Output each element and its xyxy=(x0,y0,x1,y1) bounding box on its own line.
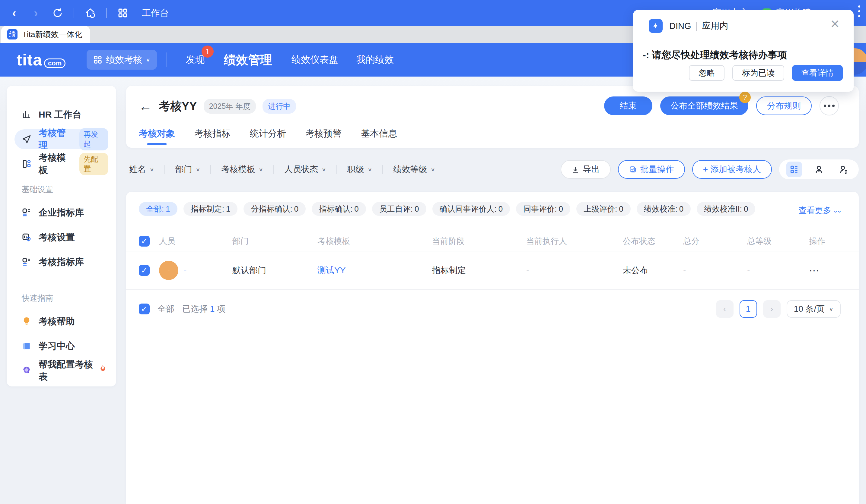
view-detail-button[interactable]: 查看详情 xyxy=(792,65,843,81)
filter-name[interactable]: 姓名∨ xyxy=(126,164,165,175)
prev-page-button[interactable]: ‹ xyxy=(716,300,734,318)
more-actions-button[interactable] xyxy=(820,96,839,115)
publish-all-button[interactable]: 公布全部绩效结果 ? xyxy=(660,96,748,115)
sidebar-item-learning-center[interactable]: 学习中心 xyxy=(14,336,108,356)
nav-item-performance-manage[interactable]: 绩效管理 xyxy=(224,51,272,68)
home-icon[interactable] xyxy=(85,7,96,19)
tab-favicon: 绩 xyxy=(7,29,18,39)
filter-rank[interactable]: 职级∨ xyxy=(337,164,382,175)
sidebar-item-hr-workbench[interactable]: HR 工作台 xyxy=(14,105,108,125)
close-icon[interactable]: ✕ xyxy=(830,19,840,30)
distribution-rule-button[interactable]: 分布规则 xyxy=(756,96,812,115)
person-cell[interactable]: - - xyxy=(159,261,232,280)
logo-suffix: com xyxy=(44,58,66,68)
sidebar-item-assessment-template[interactable]: 考核模板 先配置 xyxy=(14,154,108,174)
template-link[interactable]: 测试YY xyxy=(318,265,432,276)
person-list-view-icon[interactable] xyxy=(836,162,852,177)
table-row[interactable]: ✓ - - 默认部门 测试YY 指标制定 - 未公布 - - ⋯ xyxy=(126,251,859,290)
assessment-header-card: ← 考核YY 2025年 年度 进行中 结束 公布全部绩效结果 ? 分布规则 考… xyxy=(126,86,859,148)
executor-cell: - xyxy=(526,266,623,275)
stage-pill[interactable]: 确认同事评价人:0 xyxy=(432,202,510,216)
workbench-label[interactable]: 工作台 xyxy=(142,7,169,19)
row-more-actions[interactable]: ⋯ xyxy=(809,264,859,276)
discover-badge: 1 xyxy=(202,46,214,58)
view-more-link[interactable]: 查看更多⌄⌄ xyxy=(798,205,841,216)
stage-pill[interactable]: 分指标确认:0 xyxy=(244,202,306,216)
back-icon[interactable]: ‹ xyxy=(9,7,20,19)
current-page-button[interactable]: 1 xyxy=(740,300,757,318)
col-template: 考核模板 xyxy=(318,236,432,247)
stage-pill[interactable]: 同事评价:0 xyxy=(516,202,570,216)
question-badge[interactable]: ? xyxy=(739,92,751,103)
section-basic-settings: 基础设置 xyxy=(22,184,116,195)
filter-person-status[interactable]: 人员状态∨ xyxy=(274,164,336,175)
sidebar-item-assessment-help[interactable]: 考核帮助 xyxy=(14,311,108,331)
tab-warnings[interactable]: 考核预警 xyxy=(306,127,342,148)
stage-pill[interactable]: 上级评价:0 xyxy=(576,202,631,216)
sidebar-item-assessment-settings[interactable]: 考核设置 xyxy=(14,227,108,247)
footer-select-all-checkbox[interactable]: ✓ xyxy=(139,303,150,314)
row-checkbox[interactable]: ✓ xyxy=(139,265,150,276)
filter-grade[interactable]: 绩效等级∨ xyxy=(383,164,445,175)
mark-read-button[interactable]: 标为已读 xyxy=(732,65,784,81)
filter-department[interactable]: 部门∨ xyxy=(165,164,211,175)
select-all-checkbox[interactable]: ✓ xyxy=(139,236,150,247)
headset-agent-icon xyxy=(21,365,32,376)
chevron-down-icon: ∨ xyxy=(368,167,373,172)
tab-title: Tita新绩效一体化 xyxy=(22,29,82,40)
sidebar-item-assessment-indicator-lib[interactable]: 考核指标库 xyxy=(14,252,108,272)
stage-pill[interactable]: 指标制定:1 xyxy=(184,202,238,216)
list-view-icon[interactable] xyxy=(786,162,802,177)
next-page-button[interactable]: › xyxy=(763,300,781,318)
stage-cell: 指标制定 xyxy=(432,265,526,276)
relaunch-badge: 再发起 xyxy=(79,128,108,150)
toolbar-divider xyxy=(106,8,107,18)
sidebar-item-enterprise-indicator-lib[interactable]: 企业指标库 xyxy=(14,203,108,222)
refresh-icon[interactable] xyxy=(52,7,63,19)
stage-pill[interactable]: 员工自评:0 xyxy=(372,202,426,216)
tita-logo[interactable]: tita com xyxy=(16,50,66,69)
table-header-row: ✓ 人员 部门 考核模板 当前阶段 当前执行人 公布状态 总分 总等级 操作 xyxy=(126,231,859,251)
batch-operate-button[interactable]: 批量操作 xyxy=(618,160,685,179)
forward-icon[interactable]: › xyxy=(30,7,42,19)
nav-item-my-performance[interactable]: 我的绩效 xyxy=(356,53,394,66)
add-assessee-button[interactable]: + 添加被考核人 xyxy=(692,160,772,179)
fire-icon xyxy=(98,363,108,374)
template-icon xyxy=(21,159,32,169)
end-button[interactable]: 结束 xyxy=(604,96,652,115)
page-size-select[interactable]: 10 条/页∨ xyxy=(787,300,841,318)
stage-pill[interactable]: 绩效校准II:0 xyxy=(697,202,755,216)
export-button[interactable]: 导出 xyxy=(560,160,611,179)
workbench-grid-icon[interactable] xyxy=(117,7,129,19)
filter-template[interactable]: 考核模板∨ xyxy=(211,164,274,175)
tab-statistics[interactable]: 统计分析 xyxy=(250,127,286,148)
app-switcher-button[interactable]: 绩效考核 ∨ xyxy=(87,50,157,70)
chevron-down-icon: ∨ xyxy=(258,167,263,172)
stage-pill[interactable]: 指标确认:0 xyxy=(312,202,366,216)
browser-tab[interactable]: 绩 Tita新绩效一体化 xyxy=(1,26,90,43)
sidebar-item-config-helper[interactable]: 帮我配置考核表 xyxy=(14,361,108,381)
col-person: 人员 xyxy=(159,236,232,247)
back-arrow-icon[interactable]: ← xyxy=(139,100,152,113)
ignore-button[interactable]: 忽略 xyxy=(689,65,724,81)
sidebar-item-assessment-manage[interactable]: 考核管理 再发起 xyxy=(14,129,108,149)
ding-notification-popup: DING|应用内 ✕ -: 请您尽快处理绩效考核待办事项 忽略 标为已读 查看详… xyxy=(633,10,854,92)
tab-assessment-objects[interactable]: 考核对象 xyxy=(139,127,175,148)
grade-cell: - xyxy=(747,266,809,275)
stage-pill[interactable]: 绩效校准:0 xyxy=(637,202,691,216)
tab-assessment-indicators[interactable]: 考核指标 xyxy=(194,127,231,148)
person-view-icon[interactable] xyxy=(811,162,827,177)
person-name[interactable]: - xyxy=(184,266,187,275)
stage-pill-all[interactable]: 全部:1 xyxy=(139,202,177,216)
more-menu-icon[interactable] xyxy=(855,5,864,17)
chevron-down-icon: ∨ xyxy=(196,167,200,172)
department-cell: 默认部门 xyxy=(232,265,318,276)
app-switcher-label: 绩效考核 xyxy=(106,54,142,66)
nav-item-discover[interactable]: 发现 1 xyxy=(186,53,204,66)
nav-item-dashboard[interactable]: 绩效仪表盘 xyxy=(291,53,338,66)
assessment-title: 考核YY xyxy=(159,99,197,114)
ding-lightning-icon xyxy=(649,19,663,33)
chevron-down-icon: ∨ xyxy=(431,167,435,172)
status-badge: 进行中 xyxy=(263,99,296,114)
tab-basic-info[interactable]: 基本信息 xyxy=(361,127,397,148)
